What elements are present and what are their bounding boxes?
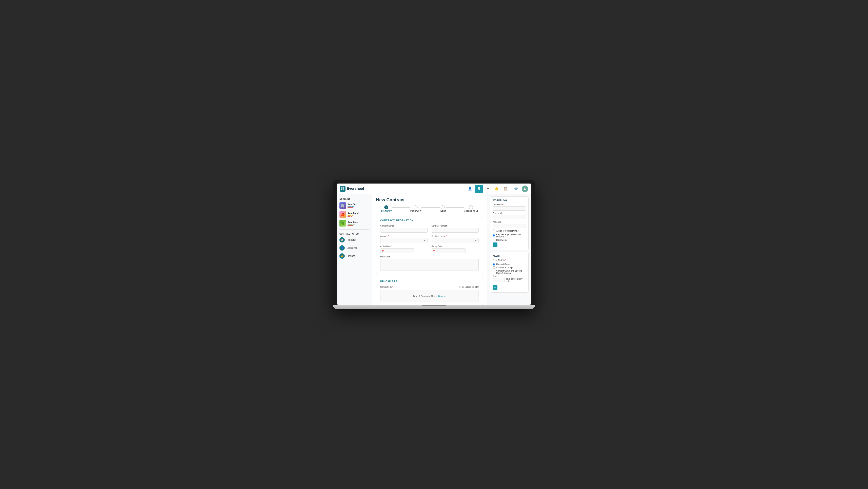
arca-food-avatar: 🍎 bbox=[339, 211, 346, 218]
step-access-role-circle bbox=[469, 205, 473, 209]
contract-number-label: Contract Number * bbox=[432, 225, 479, 227]
assignee-input[interactable] bbox=[493, 224, 526, 228]
upload-section-title: UPLOAD FILE bbox=[380, 280, 479, 283]
laptop-container: Eversheet 👤 ⇄ 🔔 📋 bbox=[333, 180, 535, 309]
step-contract: CONTRACT bbox=[381, 205, 392, 212]
dates-group: Active Date * 📅 bbox=[380, 245, 479, 253]
app-wrapper: Eversheet 👤 ⇄ 🔔 📋 bbox=[337, 184, 531, 305]
active-date-group: Active Date * 📅 bbox=[380, 245, 428, 253]
description-textarea[interactable] bbox=[380, 259, 479, 271]
page-area: New Contract CONTRACT WORKFLOW bbox=[372, 194, 531, 305]
workflow-panel: WORKFLOW Task Name * Stakeholder bbox=[490, 196, 529, 250]
sidebar-item-arca-land[interactable]: 🌿 Arca Land bbox=[337, 219, 372, 228]
description-label: Description bbox=[380, 256, 479, 258]
finance-label: Finance bbox=[347, 255, 355, 257]
step-contract-circle bbox=[384, 205, 388, 209]
contract-name-input[interactable] bbox=[380, 228, 428, 233]
workflow-add-button[interactable]: + bbox=[493, 242, 497, 247]
navbar-right: ⚙️ S bbox=[512, 185, 528, 193]
sidebar-divider bbox=[339, 229, 369, 230]
assign-to-owner-label[interactable]: Assign to Contract Owner bbox=[496, 230, 519, 232]
list-nav-btn[interactable]: 📋 bbox=[501, 185, 509, 193]
property-label: Property bbox=[347, 238, 356, 241]
requires-approval-radio[interactable] bbox=[493, 234, 495, 237]
upload-later-label[interactable]: I will upload file later bbox=[457, 286, 479, 288]
user-avatar-btn[interactable]: S bbox=[522, 186, 528, 192]
contract-owner-radio[interactable] bbox=[493, 263, 495, 265]
active-date-icon: 📅 bbox=[381, 250, 384, 252]
expiry-date-group: Expiry Date * 📅 bbox=[432, 245, 479, 253]
contract-group-select[interactable] bbox=[432, 238, 479, 243]
contract-info-title: CONTRACT INFORMATION bbox=[380, 219, 479, 222]
account-group: Account * bbox=[380, 235, 428, 243]
step-access-role: ACCESS ROLE bbox=[464, 205, 478, 212]
settings-btn[interactable]: ⚙️ bbox=[512, 185, 520, 193]
upload-later-text: I will upload file later bbox=[461, 286, 479, 288]
contract-file-label: Contract File * bbox=[380, 286, 393, 288]
step-workflow: WORKFLOW bbox=[410, 205, 421, 212]
sidebar-item-finance[interactable]: 💰 Finance bbox=[337, 252, 372, 260]
alert-panel: ALERT Send Alert To * Contract Owner bbox=[490, 252, 529, 293]
page-content: New Contract CONTRACT WORKFLOW bbox=[372, 194, 487, 305]
stakeholder-input[interactable] bbox=[493, 215, 526, 219]
step-access-role-label: ACCESS ROLE bbox=[464, 210, 478, 212]
contract-info-card: CONTRACT INFORMATION Contract Name * bbox=[376, 216, 483, 274]
arca-food-name: Arca Food bbox=[347, 212, 369, 215]
logo-icon bbox=[340, 186, 345, 192]
step-workflow-circle bbox=[413, 205, 417, 209]
all-users-radio-label[interactable]: All Users & Groups bbox=[496, 266, 514, 269]
alert-add-button[interactable]: + bbox=[493, 285, 497, 290]
step-contract-label: CONTRACT bbox=[381, 210, 392, 212]
user-nav-btn[interactable]: 👤 bbox=[466, 185, 474, 193]
requires-approval-row: Requires approval/rejection decision bbox=[493, 233, 526, 238]
property-icon: 🏠 bbox=[339, 237, 345, 242]
contract-group-section-title: CONTRACT GROUP bbox=[337, 231, 372, 236]
task-name-input[interactable] bbox=[493, 206, 526, 210]
sidebar-item-employee[interactable]: 👤 Employee bbox=[337, 244, 372, 252]
stepper: CONTRACT WORKFLOW ALERT bbox=[376, 205, 483, 212]
account-section-title: ACCOUNT bbox=[337, 196, 372, 201]
specific-users-radio[interactable] bbox=[493, 271, 495, 273]
upload-zone[interactable]: Drag & Drop your files or Browse bbox=[380, 290, 479, 302]
sidebar: ACCOUNT 🏢 Arca Tech bbox=[337, 194, 372, 305]
sidebar-item-property[interactable]: 🏠 Property bbox=[337, 236, 372, 244]
active-date-label: Active Date * bbox=[380, 245, 428, 248]
arca-tech-avatar: 🏢 bbox=[339, 202, 346, 209]
assign-to-owner-checkbox[interactable] bbox=[493, 230, 495, 232]
contract-number-input[interactable] bbox=[432, 228, 479, 233]
review-only-radio[interactable] bbox=[493, 239, 495, 241]
contract-owner-radio-label[interactable]: Contract Owner bbox=[496, 263, 510, 265]
sidebar-item-arca-food[interactable]: 🍎 Arca Food bbox=[337, 210, 372, 219]
contract-group-label: Contract Group * bbox=[432, 235, 479, 237]
contract-name-label: Contract Name * bbox=[380, 225, 428, 227]
all-users-radio[interactable] bbox=[493, 266, 495, 269]
expiry-date-input[interactable] bbox=[432, 248, 466, 253]
stakeholder-group: Stakeholder bbox=[493, 212, 526, 219]
document-nav-btn[interactable] bbox=[475, 185, 483, 193]
step-alert-circle bbox=[441, 205, 445, 209]
requires-approval-label[interactable]: Requires approval/rejection decision bbox=[496, 233, 526, 238]
review-only-label[interactable]: Review only bbox=[496, 239, 507, 241]
browse-link[interactable]: Browse bbox=[438, 295, 446, 297]
logo: Eversheet bbox=[340, 186, 364, 192]
upload-later-checkbox[interactable] bbox=[457, 286, 460, 288]
sidebar-item-arca-tech[interactable]: 🏢 Arca Tech bbox=[337, 201, 372, 210]
days-label: Days * bbox=[493, 275, 526, 277]
bell-nav-btn[interactable]: 🔔 bbox=[493, 185, 501, 193]
step-workflow-label: WORKFLOW bbox=[410, 210, 421, 212]
logo-text: Eversheet bbox=[347, 187, 364, 191]
days-input[interactable] bbox=[493, 278, 505, 282]
svg-rect-0 bbox=[341, 187, 342, 189]
description-group: Description bbox=[380, 256, 479, 271]
account-select[interactable] bbox=[380, 238, 428, 243]
contract-name-group: Contract Name * bbox=[380, 225, 428, 233]
step-line-2 bbox=[422, 207, 440, 207]
step-line-3 bbox=[446, 207, 464, 207]
workflow-nav-btn[interactable]: ⇄ bbox=[484, 185, 492, 193]
page-title: New Contract bbox=[376, 197, 483, 202]
contract-group-group: Contract Group * bbox=[432, 235, 479, 243]
specific-users-radio-label[interactable]: Contract Owner and Specific Users & Grou… bbox=[496, 270, 526, 274]
active-date-input[interactable] bbox=[380, 248, 414, 253]
laptop-notch bbox=[422, 305, 446, 306]
alert-panel-title: ALERT bbox=[493, 255, 526, 257]
